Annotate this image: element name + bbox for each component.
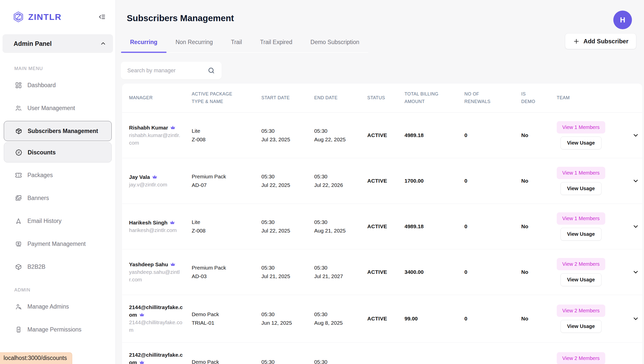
chevron-down-icon [632, 177, 639, 185]
view-usage-button[interactable]: View Usage [560, 320, 601, 333]
package-type: Demo Pack [192, 310, 255, 319]
sidebar-item-email-history[interactable]: Email History [3, 210, 113, 233]
start-time: 05:30 [261, 127, 308, 135]
sidebar-item-packages[interactable]: Packages [3, 164, 113, 187]
status-badge: ACTIVE [361, 316, 398, 322]
sidebar-item-subscribers-management[interactable]: Subscribers Management [4, 121, 112, 141]
start-time: 05:30 [261, 263, 308, 272]
renewals-count: 0 [458, 223, 515, 229]
status-badge: ACTIVE [361, 223, 398, 229]
status-badge: ACTIVE [361, 269, 398, 275]
tab-non-recurring[interactable]: Non Recurring [167, 39, 222, 52]
column-header: TEAM [551, 94, 623, 102]
sidebar-item-payment-management[interactable]: Payment Management [3, 233, 113, 255]
end-date: Aug 22, 2025 [314, 135, 361, 144]
package-name: AD-03 [192, 272, 255, 281]
chevron-down-icon [632, 131, 639, 139]
package-type: Premium Pack [192, 172, 255, 181]
expand-row-button[interactable] [632, 177, 639, 185]
end-date: Aug 8, 2025 [314, 319, 361, 327]
end-time: 05:30 [314, 358, 361, 364]
billing-amount: 4989.18 [398, 132, 458, 138]
start-date: Jul 22, 2025 [261, 226, 308, 235]
user-avatar[interactable]: H [613, 11, 632, 29]
view-members-button[interactable]: View 1 Members [557, 121, 605, 134]
tab-demo-subscription[interactable]: Demo Subscription [301, 39, 368, 52]
table-row: Yashdeep Sahu yashdeep.sahu@zintlr.com P… [122, 249, 642, 295]
view-members-button[interactable]: View 2 Members [557, 352, 605, 364]
status-url-tooltip: localhost:3000/discounts [0, 352, 72, 364]
manager-name: Jay Vala [129, 173, 183, 181]
search-input[interactable] [127, 67, 208, 74]
expand-row-button[interactable] [632, 223, 639, 230]
sidebar-item-dashboard[interactable]: Dashboard [3, 74, 113, 97]
send-icon [15, 218, 22, 224]
manager-email: 2144@chillitrayfake.com [129, 319, 182, 334]
crown-icon [170, 261, 176, 268]
is-demo-value: No [515, 132, 551, 138]
view-members-button[interactable]: View 2 Members [557, 258, 605, 270]
package-type: Lite [192, 127, 255, 135]
expand-row-button[interactable] [632, 131, 639, 139]
user-key-icon [15, 303, 22, 310]
view-members-button[interactable]: View 1 Members [557, 167, 605, 179]
renewals-count: 0 [458, 132, 515, 138]
sidebar-item-manage-permissions[interactable]: Manage Permissions [3, 318, 113, 341]
manager-email: harikesh@zintlr.com [129, 226, 182, 234]
sidebar: ZINTLR Admin Panel MAIN MENU [0, 0, 116, 364]
sidebar-item-label: Discounts [28, 149, 56, 156]
expand-row-button[interactable] [632, 362, 639, 364]
sidebar-item-user-management[interactable]: User Management [3, 97, 113, 120]
tab-recurring[interactable]: Recurring [121, 39, 167, 52]
end-time: 05:30 [314, 127, 361, 135]
view-usage-button[interactable]: View Usage [560, 182, 601, 195]
subscription-tabs: Recurring Non Recurring Trail Trail Expi… [121, 39, 368, 53]
sidebar-item-label: Subscribers Management [28, 128, 98, 135]
view-members-button[interactable]: View 1 Members [557, 212, 605, 225]
start-date: Jun 12, 2025 [261, 319, 308, 327]
table-row: 2142@chillitrayfake.com 2142@chillitrayf… [122, 343, 642, 364]
sidebar-item-b2b2b[interactable]: B2B2B [3, 255, 113, 278]
add-subscriber-label: Add Subscriber [583, 38, 628, 45]
expand-row-button[interactable] [632, 268, 639, 276]
sidebar-item-label: Banners [27, 195, 49, 202]
table-row: Harikesh Singh harikesh@zintlr.com LiteZ… [122, 204, 642, 249]
start-time: 05:30 [261, 218, 308, 226]
admin-panel-toggle[interactable]: Admin Panel [3, 34, 113, 53]
manager-email: jay.v@zintlr.com [129, 181, 182, 188]
manager-email: rishabh.kumar@zintlr.com [129, 131, 182, 147]
manager-name: 2142@chillitrayfake.com [129, 351, 183, 364]
sidebar-item-discounts[interactable]: Discounts [4, 142, 112, 162]
end-date: Jul 22, 2026 [314, 181, 361, 189]
column-header: NO OF RENEWALS [458, 90, 515, 105]
package-type: Premium Pack [192, 263, 255, 272]
tab-trail[interactable]: Trail [222, 39, 251, 52]
brand-name: ZINTLR [28, 12, 62, 22]
expand-row-button[interactable] [632, 315, 639, 322]
view-members-button[interactable]: View 2 Members [557, 305, 605, 317]
add-subscriber-button[interactable]: Add Subscriber [565, 33, 636, 49]
ticket-icon [15, 172, 22, 179]
sidebar-item-banners[interactable]: Banners [3, 187, 113, 210]
sidebar-collapse-button[interactable] [97, 13, 106, 21]
sidebar-item-label: Manage Admins [27, 303, 69, 310]
package-icon [15, 128, 22, 135]
billing-amount: 3400.00 [398, 269, 458, 275]
column-header: IS DEMO [515, 90, 551, 105]
start-time: 05:30 [261, 310, 308, 319]
brand-logo[interactable]: ZINTLR [13, 11, 62, 23]
table-row: Rishabh Kumar rishabh.kumar@zintlr.com L… [122, 113, 642, 158]
tab-trail-expired[interactable]: Trail Expired [251, 39, 301, 52]
view-usage-button[interactable]: View Usage [560, 137, 601, 149]
package-name: Z-008 [192, 135, 255, 144]
package-type: Demo Pack [192, 358, 255, 364]
plus-icon [573, 38, 580, 45]
view-usage-button[interactable]: View Usage [560, 228, 601, 241]
sidebar-item-label: Packages [27, 172, 53, 179]
search-icon[interactable] [208, 67, 215, 74]
view-usage-button[interactable]: View Usage [560, 273, 601, 286]
subscribers-table: MANAGER ACTIVE PACKAGE TYPE & NAME START… [122, 84, 642, 364]
sidebar-item-manage-admins[interactable]: Manage Admins [3, 295, 113, 318]
chevron-down-icon [632, 223, 639, 230]
crown-icon [169, 219, 176, 226]
